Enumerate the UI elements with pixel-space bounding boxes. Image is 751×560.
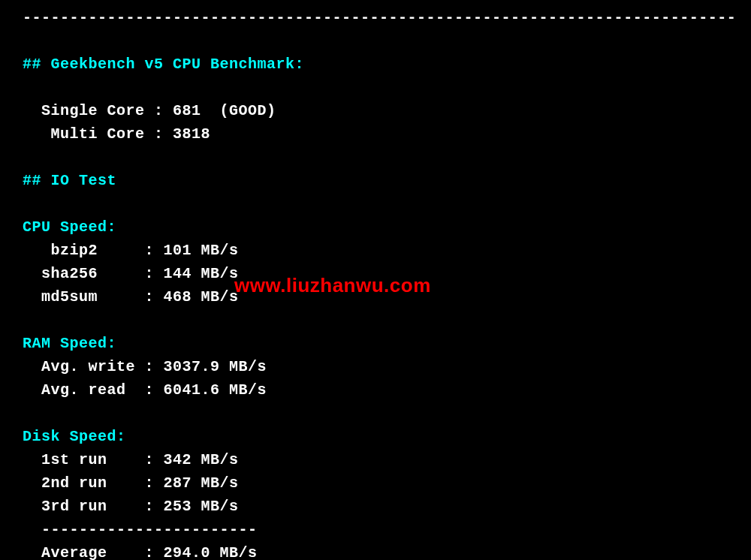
multi-core-result: Multi Core : 3818 xyxy=(23,122,728,146)
cpu-bzip2-result: bzip2 : 101 MB/s xyxy=(23,239,728,262)
single-core-result: Single Core : 681 (GOOD) xyxy=(23,99,728,122)
watermark-text: www.liuzhanwu.com xyxy=(234,274,431,297)
disk-speed-heading: Disk Speed: xyxy=(23,425,728,448)
geekbench-heading: ## Geekbench v5 CPU Benchmark: xyxy=(23,53,728,76)
io-test-heading: ## IO Test xyxy=(23,169,728,192)
disk-run2-result: 2nd run : 287 MB/s xyxy=(23,471,728,495)
ram-avg-write-result: Avg. write : 3037.9 MB/s xyxy=(23,355,728,378)
disk-separator: ----------------------- xyxy=(23,518,728,541)
ram-avg-read-result: Avg. read : 6041.6 MB/s xyxy=(23,378,728,402)
top-divider: ----------------------------------------… xyxy=(23,6,728,29)
disk-run3-result: 3rd run : 253 MB/s xyxy=(23,495,728,518)
ram-speed-heading: RAM Speed: xyxy=(23,332,728,355)
disk-run1-result: 1st run : 342 MB/s xyxy=(23,448,728,471)
disk-average-result: Average : 294.0 MB/s xyxy=(23,541,728,560)
cpu-speed-heading: CPU Speed: xyxy=(23,215,728,239)
